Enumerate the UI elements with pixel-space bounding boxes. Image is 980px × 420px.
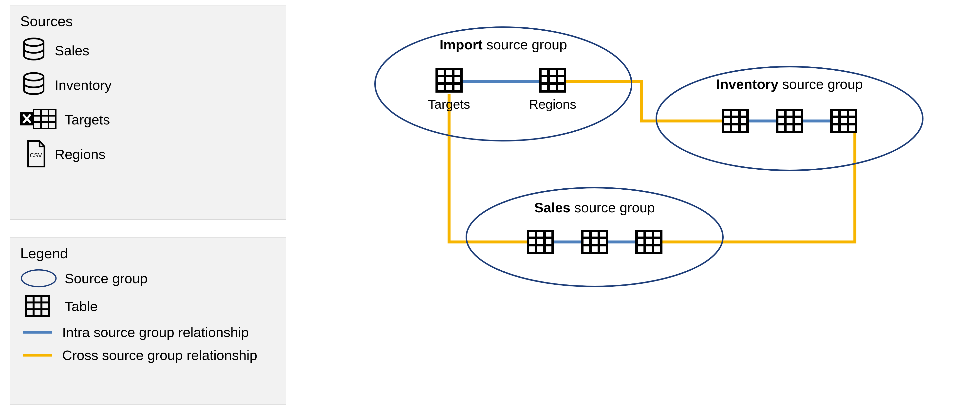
legend-row-source-group: Source group xyxy=(20,268,276,288)
svg-rect-25 xyxy=(723,110,748,132)
svg-rect-40 xyxy=(528,231,553,253)
table-icon xyxy=(540,69,565,91)
legend-panel-title: Legend xyxy=(20,245,276,262)
table-icon xyxy=(636,231,661,253)
table-icon xyxy=(582,231,607,253)
excel-icon xyxy=(20,106,57,133)
legend-row-cross: Cross source group relationship xyxy=(20,347,276,363)
sales-group-title: Sales source group xyxy=(535,200,655,215)
table-icon xyxy=(20,295,57,317)
legend-panel: Legend Source group Table Intra source g… xyxy=(10,237,286,405)
source-row-targets: Targets xyxy=(20,106,276,133)
inventory-group-title: Inventory source group xyxy=(716,76,863,92)
sources-panel-title: Sources xyxy=(20,13,276,29)
database-icon xyxy=(20,71,48,99)
source-group-diagram: Import source group Targets Regions Inve… xyxy=(345,20,962,291)
svg-text:CSV: CSV xyxy=(30,152,43,158)
legend-row-table: Table xyxy=(20,295,276,317)
source-row-sales: Sales xyxy=(20,37,276,64)
svg-point-0 xyxy=(24,38,43,46)
table-icon xyxy=(437,69,461,91)
legend-row-intra: Intra source group relationship xyxy=(20,324,276,340)
ellipse-icon xyxy=(20,268,57,288)
svg-rect-3 xyxy=(33,110,56,128)
source-label: Sales xyxy=(55,43,89,59)
cross-relationship-regions-inventory xyxy=(553,81,723,121)
cross-relationship-inventory-sales xyxy=(661,133,855,242)
svg-point-1 xyxy=(24,73,43,81)
csv-file-icon: CSV xyxy=(20,141,48,168)
svg-rect-45 xyxy=(582,231,607,253)
table-icon xyxy=(723,110,748,132)
intra-line-icon xyxy=(20,331,55,334)
source-label: Inventory xyxy=(55,77,111,93)
import-group-title: Import source group xyxy=(440,37,567,52)
svg-rect-20 xyxy=(540,69,565,91)
legend-label: Cross source group relationship xyxy=(62,347,257,363)
source-row-inventory: Inventory xyxy=(20,71,276,99)
svg-rect-15 xyxy=(437,69,461,91)
svg-rect-10 xyxy=(26,296,49,316)
svg-point-9 xyxy=(21,270,56,287)
table-icon xyxy=(777,110,802,132)
source-label: Targets xyxy=(65,112,110,128)
legend-label: Intra source group relationship xyxy=(62,324,249,340)
svg-rect-50 xyxy=(636,231,661,253)
legend-label: Source group xyxy=(65,270,148,286)
table-icon xyxy=(832,110,856,132)
table-label-targets: Targets xyxy=(428,97,470,111)
svg-rect-35 xyxy=(832,110,856,132)
sources-panel: Sources Sales Inventory xyxy=(10,5,286,220)
source-row-regions: CSV Regions xyxy=(20,141,276,168)
database-icon xyxy=(20,37,48,64)
source-label: Regions xyxy=(55,146,105,162)
legend-label: Table xyxy=(65,298,98,314)
cross-relationship-targets-sales xyxy=(449,94,528,242)
table-icon xyxy=(528,231,553,253)
cross-line-icon xyxy=(20,354,55,356)
table-label-regions: Regions xyxy=(529,97,576,111)
svg-rect-30 xyxy=(777,110,802,132)
